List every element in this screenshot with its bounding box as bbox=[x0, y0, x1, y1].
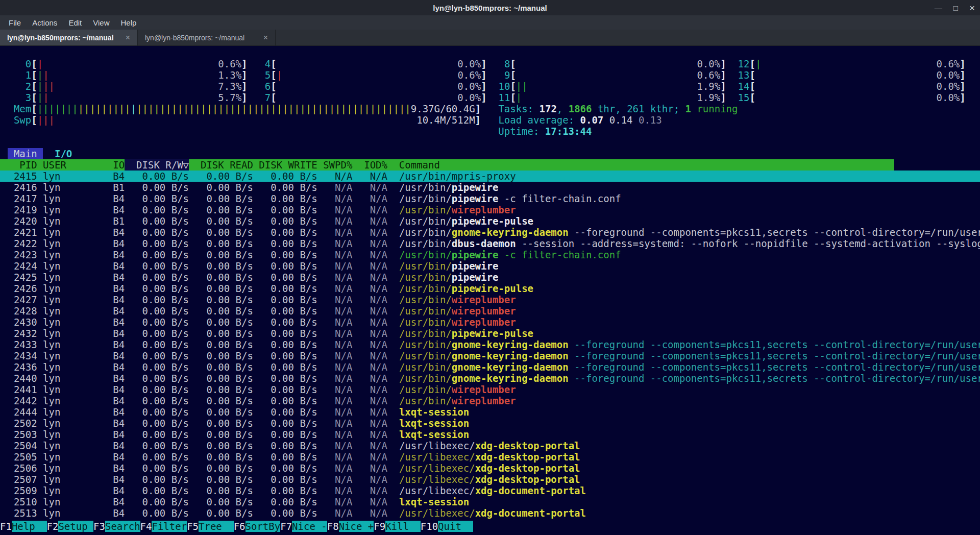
process-row[interactable]: 2504 lyn B4 0.00 B/s 0.00 B/s 0.00 B/s N… bbox=[0, 440, 980, 451]
close-button[interactable]: × bbox=[969, 3, 975, 13]
sort-column-header[interactable]: DISK R/W▽ bbox=[125, 159, 189, 171]
cpu-meter-15: 15[ 0.0%] bbox=[732, 92, 966, 103]
fn-key: F10 bbox=[421, 521, 438, 532]
column-header-row[interactable]: PID USER IO DISK R/W▽ DISK READ DISK WRI… bbox=[0, 159, 894, 171]
process-row[interactable]: 2426 lyn B4 0.00 B/s 0.00 B/s 0.00 B/s N… bbox=[0, 283, 980, 294]
cpu-meter-11: 11[| 1.9%] bbox=[493, 92, 726, 103]
process-row[interactable]: 2430 lyn B4 0.00 B/s 0.00 B/s 0.00 B/s N… bbox=[0, 317, 980, 328]
terminal-window: lyn@lyn-b850mprors: ~/manual — □ × File … bbox=[0, 0, 980, 535]
cpu-meters-row: 1[|| 1.3%] 5[| 0.6%] 9[ 0.6%] 13[ 0.0%] bbox=[0, 69, 980, 81]
fn-filter[interactable]: Filter bbox=[152, 521, 187, 532]
window-controls: — □ × bbox=[935, 0, 975, 15]
process-row[interactable]: 2513 lyn B4 0.00 B/s 0.00 B/s 0.00 B/s N… bbox=[0, 507, 980, 519]
menu-help[interactable]: Help bbox=[115, 18, 142, 27]
process-row[interactable]: 2433 lyn B4 0.00 B/s 0.00 B/s 0.00 B/s N… bbox=[0, 339, 980, 350]
blank-row bbox=[0, 137, 980, 148]
process-row[interactable]: 2442 lyn B4 0.00 B/s 0.00 B/s 0.00 B/s N… bbox=[0, 395, 980, 406]
menu-bar: File Actions Edit View Help bbox=[0, 15, 980, 30]
cpu-meter-6: 6[ 0.0%] bbox=[253, 81, 487, 92]
process-row[interactable]: 2423 lyn B4 0.00 B/s 0.00 B/s 0.00 B/s N… bbox=[0, 249, 980, 260]
uptime-row: Uptime: 17:13:44 bbox=[0, 126, 980, 137]
fn-key: F6 bbox=[234, 521, 246, 532]
fn-tree[interactable]: Tree bbox=[199, 521, 234, 532]
process-row[interactable]: 2416 lyn B1 0.00 B/s 0.00 B/s 0.00 B/s N… bbox=[0, 182, 980, 193]
process-row[interactable]: 2509 lyn B4 0.00 B/s 0.00 B/s 0.00 B/s N… bbox=[0, 485, 980, 496]
menu-edit[interactable]: Edit bbox=[63, 18, 87, 27]
cpu-meter-2: 2[||| 7.3%] bbox=[14, 81, 248, 92]
process-row[interactable]: 2506 lyn B4 0.00 B/s 0.00 B/s 0.00 B/s N… bbox=[0, 463, 980, 474]
process-row[interactable]: 2434 lyn B4 0.00 B/s 0.00 B/s 0.00 B/s N… bbox=[0, 350, 980, 361]
cpu-meter-4: 4[ 0.0%] bbox=[253, 58, 487, 69]
minimize-button[interactable]: — bbox=[935, 4, 942, 12]
process-row[interactable]: 2417 lyn B4 0.00 B/s 0.00 B/s 0.00 B/s N… bbox=[0, 193, 980, 204]
tab-close-icon[interactable]: × bbox=[126, 33, 130, 42]
swap-meter: Swp[||| 10.4M/512M] Load average: 0.07 0… bbox=[0, 114, 980, 126]
cpu-meter-1: 1[|| 1.3%] bbox=[14, 69, 248, 81]
window-titlebar: lyn@lyn-b850mprors: ~/manual — □ × bbox=[0, 0, 980, 15]
process-row[interactable]: 2444 lyn B4 0.00 B/s 0.00 B/s 0.00 B/s N… bbox=[0, 406, 980, 418]
fn-key: F1 bbox=[0, 521, 12, 532]
fn-nice[interactable]: Nice + bbox=[339, 521, 374, 532]
terminal-tab-inactive[interactable]: lyn@lyn-b850mprors: ~/manual × bbox=[138, 30, 276, 45]
cpu-meters-row: 0[| 0.6%] 4[ 0.0%] 8[ 0.0%] 12[| 0.6%] bbox=[0, 58, 980, 69]
process-row[interactable]: 2420 lyn B1 0.00 B/s 0.00 B/s 0.00 B/s N… bbox=[0, 215, 980, 227]
process-row[interactable]: 2436 lyn B4 0.00 B/s 0.00 B/s 0.00 B/s N… bbox=[0, 361, 980, 373]
fn-kill[interactable]: Kill bbox=[385, 521, 421, 532]
menu-actions[interactable]: Actions bbox=[27, 18, 63, 27]
fn-key: F8 bbox=[327, 521, 339, 532]
fn-key: F3 bbox=[93, 521, 105, 532]
screen-tabs-row: Main I/O bbox=[0, 148, 980, 159]
cpu-meter-13: 13[ 0.0%] bbox=[732, 69, 966, 81]
process-row[interactable]: 2440 lyn B4 0.00 B/s 0.00 B/s 0.00 B/s N… bbox=[0, 373, 980, 384]
memory-meter: Mem[||||||||||||||||||||||||||||||||||||… bbox=[0, 103, 980, 114]
process-row[interactable]: 2419 lyn B4 0.00 B/s 0.00 B/s 0.00 B/s N… bbox=[0, 204, 980, 215]
htop-function-bar: F1Help F2Setup F3SearchF4FilterF5Tree F6… bbox=[0, 521, 980, 532]
process-row[interactable]: 2421 lyn B4 0.00 B/s 0.00 B/s 0.00 B/s N… bbox=[0, 227, 980, 238]
cpu-meters-row: 2[||| 7.3%] 6[ 0.0%] 10[|| 1.9%] 14[ 0.0… bbox=[0, 81, 980, 92]
cpu-meter-3: 3[|| 5.7%] bbox=[14, 92, 248, 103]
process-row[interactable]: 2422 lyn B4 0.00 B/s 0.00 B/s 0.00 B/s N… bbox=[0, 238, 980, 249]
menu-file[interactable]: File bbox=[3, 18, 27, 27]
fn-quit[interactable]: Quit bbox=[438, 521, 473, 532]
fn-key: F5 bbox=[187, 521, 199, 532]
cpu-meters-row: 3[|| 5.7%] 7[ 0.0%] 11[| 1.9%] 15[ 0.0%] bbox=[0, 92, 980, 103]
terminal-tab-bar: lyn@lyn-b850mprors: ~/manual × lyn@lyn-b… bbox=[0, 30, 980, 46]
tab-title: lyn@lyn-b850mprors: ~/manual bbox=[145, 34, 244, 42]
process-row[interactable]: 2510 lyn B4 0.00 B/s 0.00 B/s 0.00 B/s N… bbox=[0, 496, 980, 507]
maximize-button[interactable]: □ bbox=[953, 4, 958, 12]
menu-view[interactable]: View bbox=[87, 18, 115, 27]
screen-tab-io[interactable]: I/O bbox=[49, 148, 78, 159]
fn-help[interactable]: Help bbox=[12, 521, 47, 532]
process-row[interactable]: 2505 lyn B4 0.00 B/s 0.00 B/s 0.00 B/s N… bbox=[0, 451, 980, 463]
process-row[interactable]: 2432 lyn B4 0.00 B/s 0.00 B/s 0.00 B/s N… bbox=[0, 328, 980, 339]
screen-tab-main[interactable]: Main bbox=[8, 148, 43, 159]
process-row[interactable]: 2424 lyn B4 0.00 B/s 0.00 B/s 0.00 B/s N… bbox=[0, 260, 980, 272]
process-row[interactable]: 2425 lyn B4 0.00 B/s 0.00 B/s 0.00 B/s N… bbox=[0, 272, 980, 283]
process-row[interactable]: 2507 lyn B4 0.00 B/s 0.00 B/s 0.00 B/s N… bbox=[0, 474, 980, 485]
fn-sortby[interactable]: SortBy bbox=[246, 521, 281, 532]
process-row[interactable]: 2503 lyn B4 0.00 B/s 0.00 B/s 0.00 B/s N… bbox=[0, 429, 980, 440]
terminal-tab-active[interactable]: lyn@lyn-b850mprors: ~/manual × bbox=[0, 30, 138, 45]
fn-key: F2 bbox=[47, 521, 59, 532]
cpu-meter-8: 8[ 0.0%] bbox=[493, 58, 726, 69]
fn-search[interactable]: Search bbox=[105, 521, 140, 532]
cpu-meter-7: 7[ 0.0%] bbox=[253, 92, 487, 103]
cpu-meter-9: 9[ 0.6%] bbox=[493, 69, 726, 81]
cpu-meter-0: 0[| 0.6%] bbox=[14, 58, 248, 69]
process-row[interactable]: 2441 lyn B4 0.00 B/s 0.00 B/s 0.00 B/s N… bbox=[0, 384, 980, 395]
cpu-meter-10: 10[|| 1.9%] bbox=[493, 81, 726, 92]
cpu-meter-14: 14[ 0.0%] bbox=[732, 81, 966, 92]
fn-key: F9 bbox=[374, 521, 385, 532]
process-row[interactable]: 2427 lyn B4 0.00 B/s 0.00 B/s 0.00 B/s N… bbox=[0, 294, 980, 305]
process-row[interactable]: 2428 lyn B4 0.00 B/s 0.00 B/s 0.00 B/s N… bbox=[0, 305, 980, 317]
fn-key: F4 bbox=[140, 521, 152, 532]
fn-nice[interactable]: Nice - bbox=[292, 521, 327, 532]
tab-close-icon[interactable]: × bbox=[263, 33, 268, 42]
process-row[interactable]: 2502 lyn B4 0.00 B/s 0.00 B/s 0.00 B/s N… bbox=[0, 418, 980, 429]
terminal-viewport[interactable]: 0[| 0.6%] 4[ 0.0%] 8[ 0.0%] 12[| 0.6%] 1… bbox=[0, 46, 980, 535]
htop-screen: 0[| 0.6%] 4[ 0.0%] 8[ 0.0%] 12[| 0.6%] 1… bbox=[0, 58, 980, 519]
process-row-selected[interactable]: 2415 lyn B4 0.00 B/s 0.00 B/s 0.00 B/s N… bbox=[0, 171, 980, 182]
tab-title: lyn@lyn-b850mprors: ~/manual bbox=[7, 34, 114, 42]
cpu-meter-5: 5[| 0.6%] bbox=[253, 69, 487, 81]
fn-setup[interactable]: Setup bbox=[58, 521, 93, 532]
